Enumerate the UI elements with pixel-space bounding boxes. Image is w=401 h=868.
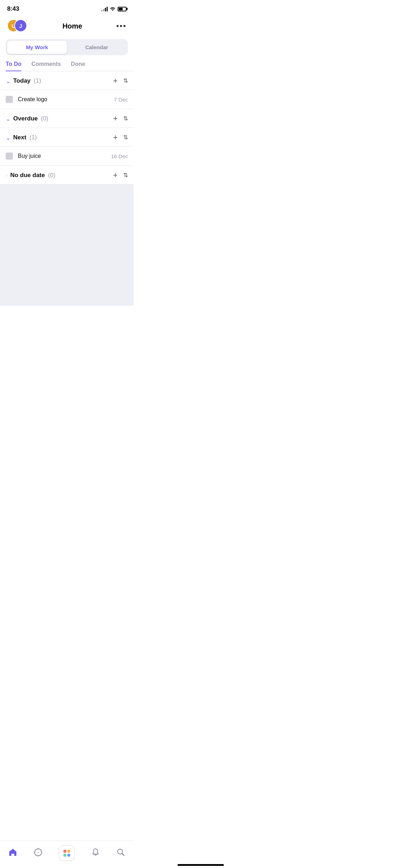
avatar-j[interactable]: J	[14, 19, 27, 32]
avatar-group[interactable]: U J	[7, 19, 29, 33]
task-create-logo[interactable]: Create logo 7 Dec	[0, 90, 134, 109]
add-next-button[interactable]: +	[113, 134, 118, 141]
tab-my-work[interactable]: My Work	[7, 41, 67, 54]
chevron-right-icon[interactable]: ›	[6, 172, 7, 178]
sub-tab-comments[interactable]: Comments	[31, 61, 61, 71]
sort-today-button[interactable]: ⇅	[123, 78, 128, 84]
status-bar: 8:43	[0, 0, 134, 16]
status-icons	[101, 6, 127, 12]
sub-tab-done[interactable]: Done	[71, 61, 85, 71]
status-time: 8:43	[7, 5, 19, 12]
sort-overdue-button[interactable]: ⇅	[123, 116, 128, 122]
wifi-icon	[110, 6, 115, 12]
add-today-button[interactable]: +	[113, 77, 118, 85]
sort-next-button[interactable]: ⇅	[123, 135, 128, 140]
sort-no-due-date-button[interactable]: ⇅	[123, 172, 128, 178]
battery-icon	[118, 7, 127, 11]
empty-content-area	[0, 185, 134, 306]
chevron-down-icon[interactable]: ⌄	[6, 115, 10, 122]
sub-tab-todo[interactable]: To Do	[6, 61, 21, 71]
task-date: 16 Dec	[111, 153, 128, 159]
main-content: ⌄ Today (1) + ⇅ Create logo 7 Dec ⌄ Over…	[0, 71, 134, 341]
sub-tabs: To Do Comments Done	[0, 61, 134, 71]
tab-switcher: My Work Calendar	[6, 39, 128, 55]
section-next-title: Next (1)	[13, 134, 113, 141]
task-name: Buy juice	[18, 153, 111, 159]
task-buy-juice[interactable]: Buy juice 16 Dec	[0, 147, 134, 166]
chevron-down-icon[interactable]: ⌄	[6, 134, 10, 141]
section-no-due-date: › No due date (0) + ⇅	[0, 166, 134, 185]
section-overdue: ⌄ Overdue (0) + ⇅	[0, 109, 134, 128]
add-no-due-date-button[interactable]: +	[113, 171, 118, 179]
task-name: Create logo	[18, 96, 114, 103]
task-date: 7 Dec	[114, 97, 128, 103]
add-overdue-button[interactable]: +	[113, 115, 118, 123]
section-today-title: Today (1)	[13, 77, 113, 84]
section-today: ⌄ Today (1) + ⇅	[0, 71, 134, 90]
more-button[interactable]: •••	[116, 21, 127, 31]
chevron-down-icon[interactable]: ⌄	[6, 78, 10, 84]
task-checkbox[interactable]	[6, 96, 13, 103]
section-no-due-date-title: No due date (0)	[10, 172, 113, 179]
page-title: Home	[62, 22, 82, 30]
header: U J Home •••	[0, 16, 134, 38]
tab-calendar[interactable]: Calendar	[67, 41, 127, 54]
task-checkbox[interactable]	[6, 153, 13, 160]
section-overdue-title: Overdue (0)	[13, 115, 113, 122]
section-next: ⌄ Next (1) + ⇅	[0, 128, 134, 147]
signal-icon	[101, 6, 108, 11]
